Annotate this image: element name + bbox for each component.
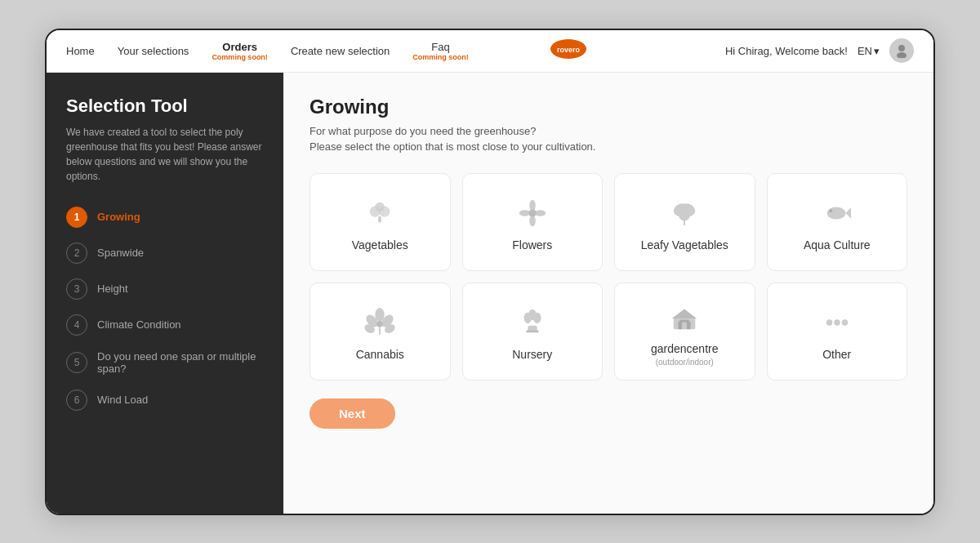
navbar: Home Your selections Orders Comming soon… [47,30,933,73]
svg-rect-13 [532,217,533,225]
cannabis-icon [364,307,395,338]
nav-home[interactable]: Home [66,45,95,57]
step-number-1: 1 [66,207,87,228]
nav-orders-group: Orders Comming soon! [212,41,268,61]
svg-rect-33 [674,317,696,329]
svg-marker-34 [672,309,697,318]
svg-marker-19 [845,207,851,218]
logo: rovero [547,39,590,62]
option-flowers-label: Flowers [512,238,552,251]
svg-point-16 [679,205,691,220]
step-item-5[interactable]: 5 Do you need one span or multiple span? [66,350,264,375]
step-item-3[interactable]: 3 Height [66,278,264,300]
content-desc-line1: For what purpose do you need the greenho… [310,125,537,137]
option-nursery[interactable]: Nursery [462,283,604,381]
step-label-2: Spanwide [97,247,144,259]
next-button[interactable]: Next [310,398,395,429]
step-item-2[interactable]: 2 Spanwide [66,243,264,264]
step-number-6: 6 [66,389,87,411]
option-vegetables-label: Vagetables [352,238,408,251]
sidebar: Selection Tool We have created a tool to… [47,73,283,514]
svg-point-6 [376,202,385,211]
step-item-1[interactable]: 1 Growing [66,207,264,228]
sidebar-description: We have created a tool to select the pol… [66,125,264,184]
nav-faq[interactable]: Faq [431,41,449,53]
option-other[interactable]: Other [767,283,908,381]
content-desc-line2: Please select the option that is most cl… [310,140,595,153]
app-window: Home Your selections Orders Comming soon… [45,29,935,515]
step-item-4[interactable]: 4 Climate Condition [66,314,264,336]
option-gardencentre[interactable]: gardencentre (outdoor/indoor) [614,283,755,381]
svg-point-26 [376,321,383,327]
option-cannabis-label: Cannabis [356,348,404,361]
step-number-2: 2 [66,243,87,264]
option-other-label: Other [822,348,851,361]
step-list: 1 Growing 2 Spanwide 3 Height 4 Climate … [66,207,264,411]
svg-point-2 [898,45,905,51]
svg-point-20 [829,209,832,212]
svg-point-12 [528,209,537,217]
svg-rect-17 [684,219,685,225]
option-aqua-culture[interactable]: Aqua Culture [767,173,908,271]
svg-point-18 [826,207,845,219]
step-label-1: Growing [97,211,140,223]
avatar[interactable] [889,38,914,63]
other-icon [822,307,853,338]
svg-point-3 [897,52,906,58]
svg-rect-37 [680,319,689,322]
nav-right: Hi Chirag, Welcome back! EN ▾ [725,38,914,63]
step-label-5: Do you need one span or multiple span? [97,350,264,375]
option-grid: Vagetables Flowers [310,173,907,381]
svg-rect-35 [679,321,683,329]
svg-point-40 [841,319,848,326]
option-flowers[interactable]: Flowers [462,173,604,271]
nav-your-selections[interactable]: Your selections [118,45,189,57]
content-title: Growing [310,96,907,118]
content-description: For what purpose do you need the greenho… [310,123,907,155]
option-leafy-vegetables[interactable]: Leafy Vagetables [614,173,755,271]
step-label-6: Wind Load [97,394,148,406]
svg-rect-36 [687,321,691,329]
step-label-4: Climate Condition [97,318,181,331]
svg-rect-27 [379,327,381,335]
vegetables-icon [364,198,395,229]
svg-rect-32 [526,330,538,332]
svg-point-10 [519,210,530,216]
flowers-icon [517,198,548,229]
content-area: Growing For what purpose do you need the… [283,73,933,514]
svg-text:rovero: rovero [557,46,581,54]
main-layout: Selection Tool We have created a tool to… [47,73,933,514]
nav-faq-group: Faq Comming soon! [412,41,469,61]
svg-point-30 [528,309,537,319]
lang-selector[interactable]: EN ▾ [858,45,880,57]
option-leafy-vegetables-label: Leafy Vagetables [641,238,728,251]
option-gardencentre-sublabel: (outdoor/indoor) [656,358,714,367]
nav-create-new-selection[interactable]: Create new selection [291,45,390,57]
leafy-icon [669,198,700,229]
avatar-icon [894,43,909,58]
option-gardencentre-label: gardencentre [651,342,719,355]
sidebar-title: Selection Tool [66,96,264,117]
step-label-3: Height [97,283,128,295]
svg-point-39 [834,319,840,326]
step-number-3: 3 [66,278,87,300]
faq-coming-soon: Comming soon! [412,53,469,61]
option-vegetables[interactable]: Vagetables [310,173,451,271]
gardencentre-icon [669,301,700,332]
option-aqua-culture-label: Aqua Culture [804,238,871,251]
step-number-5: 5 [66,352,87,373]
nav-orders[interactable]: Orders [222,41,257,53]
fish-icon [822,198,853,229]
nursery-icon [517,307,548,338]
option-cannabis[interactable]: Cannabis [310,283,451,381]
svg-point-38 [826,319,832,326]
welcome-text: Hi Chirag, Welcome back! [725,45,848,57]
option-nursery-label: Nursery [512,348,552,361]
svg-rect-7 [378,216,381,222]
orders-coming-soon: Comming soon! [212,53,268,61]
step-number-4: 4 [66,314,87,336]
svg-point-11 [535,210,546,216]
step-item-6[interactable]: 6 Wind Load [66,389,264,411]
svg-point-8 [529,199,536,210]
logo-svg: rovero [547,39,590,62]
